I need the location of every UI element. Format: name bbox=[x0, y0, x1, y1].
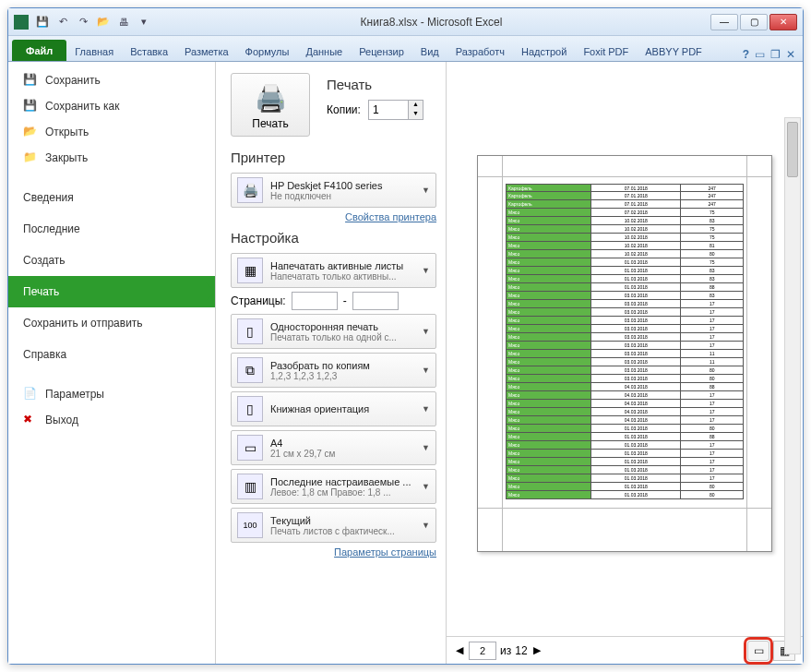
ribbon-close-icon[interactable]: ✕ bbox=[786, 48, 795, 61]
page-setup-link[interactable]: Параметры страницы bbox=[231, 546, 436, 558]
papersize-selector[interactable]: ▭ A421 см x 29,7 см ▼ bbox=[231, 430, 436, 465]
nav-share[interactable]: Сохранить и отправить bbox=[8, 307, 215, 339]
qat-more-icon[interactable]: ▾ bbox=[136, 14, 152, 30]
preview-scrollbar[interactable] bbox=[784, 117, 801, 654]
tab-insert[interactable]: Вставка bbox=[122, 42, 176, 61]
nav-recent[interactable]: Последние bbox=[8, 213, 215, 245]
nav-saveas[interactable]: 💾Сохранить как bbox=[8, 93, 215, 119]
scaling-selector[interactable]: 100 ТекущийПечать листов с фактическ... … bbox=[231, 508, 436, 543]
nav-save[interactable]: 💾Сохранить bbox=[8, 67, 215, 93]
tab-view[interactable]: Вид bbox=[412, 42, 447, 61]
window-title: Книга8.xlsx - Microsoft Excel bbox=[152, 16, 710, 29]
nav-open[interactable]: 📂Открыть bbox=[8, 119, 215, 145]
table-row: Мясо03.03.201817 bbox=[506, 325, 744, 333]
nav-exit-label: Выход bbox=[45, 414, 78, 426]
help-icon[interactable]: ? bbox=[743, 48, 749, 61]
page-nav: ◀ из 12 ▶ bbox=[454, 642, 543, 660]
copies-down-icon[interactable]: ▼ bbox=[408, 110, 423, 119]
maximize-button[interactable]: ▢ bbox=[740, 14, 768, 30]
table-row: Мясо03.03.201811 bbox=[506, 350, 744, 358]
page-next-button[interactable]: ▶ bbox=[531, 644, 543, 656]
collate-selector[interactable]: ⧉ Разобрать по копиям1,2,3 1,2,3 1,2,3 ▼ bbox=[231, 353, 436, 388]
pages-to-input[interactable] bbox=[352, 292, 399, 310]
tab-file[interactable]: Файл bbox=[12, 40, 66, 61]
pages-from-input[interactable] bbox=[292, 292, 338, 310]
copies-spinner[interactable]: ▲▼ bbox=[368, 100, 423, 120]
nav-new[interactable]: Создать bbox=[8, 245, 215, 276]
nav-options[interactable]: 📄Параметры bbox=[8, 381, 215, 407]
qat-print-icon[interactable]: 🖶 bbox=[115, 14, 132, 30]
table-row: Мясо04.03.201817 bbox=[506, 416, 744, 425]
orientation-title: Книжная ориентация bbox=[270, 403, 414, 414]
portrait-icon: ▯ bbox=[237, 396, 263, 422]
close-button[interactable]: ✕ bbox=[769, 14, 797, 30]
printer-selector[interactable]: 🖨️ HP Deskjet F4100 series Не подключен … bbox=[231, 173, 436, 208]
tab-data[interactable]: Данные bbox=[297, 42, 351, 61]
table-row: Мясо01.03.201883 bbox=[506, 275, 744, 283]
nav-info[interactable]: Сведения bbox=[8, 182, 215, 213]
tab-foxit[interactable]: Foxit PDF bbox=[575, 42, 637, 61]
table-row: Мясо04.03.201888 bbox=[506, 383, 744, 391]
tab-abbyy[interactable]: ABBYY PDF bbox=[637, 42, 710, 61]
table-row: Мясо03.03.201817 bbox=[506, 333, 744, 342]
nav-close[interactable]: 📁Закрыть bbox=[8, 145, 215, 171]
qat-open-icon[interactable]: 📂 bbox=[95, 14, 112, 30]
nav-save-label: Сохранить bbox=[45, 74, 101, 87]
table-row: Мясо04.03.201817 bbox=[506, 400, 744, 408]
sides-selector[interactable]: ▯ Односторонняя печатьПечатать только на… bbox=[231, 314, 436, 349]
qat-redo-icon[interactable]: ↷ bbox=[75, 14, 91, 30]
ribbon-minimize-icon[interactable]: ▭ bbox=[755, 48, 765, 61]
margins-selector[interactable]: ▥ Последние настраиваемые ...Левое: 1,8 … bbox=[231, 469, 436, 504]
window-controls: — ▢ ✕ bbox=[710, 14, 797, 30]
nav-info-label: Сведения bbox=[23, 191, 74, 204]
qat-save-icon[interactable]: 💾 bbox=[34, 14, 51, 30]
page-current-input[interactable] bbox=[469, 642, 496, 660]
table-row: Мясо01.03.201817 bbox=[506, 450, 744, 458]
sides-title: Односторонняя печать bbox=[270, 321, 414, 332]
device-printer-icon: 🖨️ bbox=[237, 177, 263, 203]
tab-developer[interactable]: Разработч bbox=[447, 42, 513, 61]
tab-formulas[interactable]: Формулы bbox=[237, 42, 298, 61]
scrollbar-thumb[interactable] bbox=[787, 122, 798, 177]
print-what-title: Напечатать активные листы bbox=[270, 260, 414, 271]
table-row: Мясо03.03.201811 bbox=[506, 358, 744, 366]
tab-layout[interactable]: Разметка bbox=[176, 42, 237, 61]
table-row: Мясо01.03.201817 bbox=[506, 474, 744, 483]
ribbon-restore-icon[interactable]: ❐ bbox=[770, 48, 781, 61]
table-row: Мясо04.03.201817 bbox=[506, 391, 744, 400]
chevron-down-icon: ▼ bbox=[422, 327, 430, 336]
print-what-selector[interactable]: ▦ Напечатать активные листыНапечатать то… bbox=[231, 253, 436, 288]
nav-new-label: Создать bbox=[23, 254, 66, 267]
nav-print-label: Печать bbox=[23, 285, 59, 298]
table-row: Мясо10.02.201875 bbox=[506, 225, 744, 234]
table-row: Картофель07.01.2018247 bbox=[506, 184, 744, 192]
copies-input[interactable] bbox=[369, 101, 408, 119]
paper-icon: ▭ bbox=[237, 435, 263, 461]
chevron-down-icon: ▼ bbox=[422, 482, 430, 491]
chevron-down-icon: ▼ bbox=[422, 521, 430, 530]
print-button[interactable]: 🖨️ Печать bbox=[231, 73, 310, 137]
table-row: Мясо03.03.201817 bbox=[506, 300, 744, 308]
copies-up-icon[interactable]: ▲ bbox=[408, 101, 423, 110]
table-row: Мясо01.03.201817 bbox=[506, 441, 744, 450]
nav-saveas-label: Сохранить как bbox=[45, 100, 119, 113]
tab-home[interactable]: Главная bbox=[66, 42, 122, 61]
printer-properties-link[interactable]: Свойства принтера bbox=[231, 211, 436, 222]
nav-exit[interactable]: ✖Выход bbox=[8, 407, 215, 433]
tab-addins[interactable]: Надстрой bbox=[513, 42, 575, 61]
pages-row: Страницы: - bbox=[231, 292, 436, 310]
scale-icon: 100 bbox=[237, 512, 263, 538]
qat-undo-icon[interactable]: ↶ bbox=[54, 14, 71, 30]
save-icon: 💾 bbox=[23, 73, 38, 88]
tab-review[interactable]: Рецензир bbox=[351, 42, 412, 61]
scaling-title: Текущий bbox=[270, 515, 414, 526]
nav-print[interactable]: Печать bbox=[8, 276, 215, 307]
table-row: Мясо01.03.201888 bbox=[506, 433, 744, 441]
zoom-to-page-button[interactable]: ▭ bbox=[747, 641, 769, 661]
page-prev-button[interactable]: ◀ bbox=[454, 644, 465, 656]
nav-help[interactable]: Справка bbox=[8, 339, 215, 370]
minimize-button[interactable]: — bbox=[710, 14, 738, 30]
nav-help-label: Справка bbox=[23, 348, 66, 361]
orientation-selector[interactable]: ▯ Книжная ориентация ▼ bbox=[231, 391, 436, 426]
papersize-title: A4 bbox=[270, 438, 414, 449]
